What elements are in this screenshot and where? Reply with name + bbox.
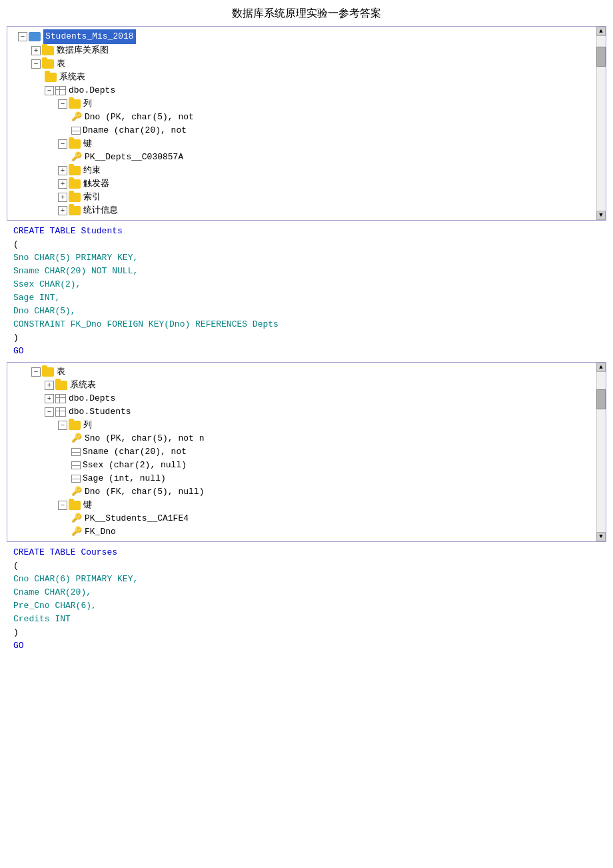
tree-label[interactable]: 键 <box>83 499 92 512</box>
tree-label[interactable]: 索引 <box>83 191 101 204</box>
scrollbar-thumb[interactable] <box>596 47 606 67</box>
tree-row[interactable]: + dbo.Depts <box>11 392 592 405</box>
tree-label[interactable]: Sname (char(20), not <box>83 445 187 459</box>
tree-row[interactable]: + 索引 <box>11 191 592 204</box>
tree-label[interactable]: 触发器 <box>83 177 109 191</box>
expand-icon[interactable]: + <box>58 179 67 189</box>
code-line: Cname CHAR(20), <box>13 586 600 599</box>
tree-label[interactable]: 数据库关系图 <box>57 44 109 57</box>
tree-row[interactable]: − dbo.Students <box>11 405 592 419</box>
tree-label[interactable]: Dno (PK, char(5), not <box>85 111 194 124</box>
col-icon <box>71 461 81 469</box>
expand-icon[interactable]: − <box>45 407 54 417</box>
tree-row[interactable]: Ssex (char(2), null) <box>11 459 592 472</box>
code-line: CREATE TABLE Courses <box>13 546 600 559</box>
code-text: Sage INT, <box>13 293 60 303</box>
tree-row[interactable]: − 列 <box>11 97 592 111</box>
tree-row[interactable]: − 键 <box>11 137 592 151</box>
code-line: Pre_Cno CHAR(6), <box>13 599 600 613</box>
tree-panel-2: − 表 + 系统表 + dbo.Depts − dbo.Students <box>7 362 606 542</box>
code-text: Dno CHAR(5), <box>13 306 76 316</box>
tree-row[interactable]: Sname (char(20), not <box>11 445 592 459</box>
code-text: CREATE TABLE Courses <box>13 547 117 557</box>
tree-row[interactable]: − 表 <box>11 57 592 71</box>
code-line: Dno CHAR(5), <box>13 305 600 318</box>
tree-row[interactable]: + 约束 <box>11 164 592 177</box>
scrollbar-down-2[interactable]: ▼ <box>596 532 606 541</box>
key-icon: 🔑 <box>71 525 82 539</box>
scrollbar-2[interactable]: ▲ ▼ <box>596 363 606 541</box>
tree-label[interactable]: dbo.Depts <box>69 84 115 97</box>
tree-row[interactable]: + 触发器 <box>11 177 592 191</box>
tree-label[interactable]: dbo.Depts <box>69 392 115 405</box>
code-constraint: CONSTRAINT FK_Dno FOREIGN KEY(Dno) REFER… <box>13 319 279 329</box>
tree-label[interactable]: 列 <box>83 419 92 432</box>
expand-icon[interactable]: − <box>31 59 41 69</box>
key-icon: 🔑 <box>71 111 82 124</box>
tree-label[interactable]: Dname (char(20), not <box>83 124 187 137</box>
expand-icon[interactable]: + <box>58 166 67 175</box>
code-text: Credits INT <box>13 614 71 624</box>
tree-label[interactable]: Students_Mis_2018 <box>43 29 136 44</box>
tree-row[interactable]: 🔑 Dno (FK, char(5), null) <box>11 485 592 499</box>
tree-row[interactable]: 🔑 PK__Students__CA1FE4 <box>11 512 592 525</box>
scrollbar-up-2[interactable]: ▲ <box>596 363 606 372</box>
tree-label[interactable]: 统计信息 <box>83 204 118 217</box>
tree-row[interactable]: 🔑 FK_Dno <box>11 525 592 539</box>
tree-label[interactable]: 键 <box>83 137 92 151</box>
tree-row[interactable]: 🔑 Sno (PK, char(5), not n <box>11 432 592 445</box>
tree-row[interactable]: 🔑 Dno (PK, char(5), not <box>11 111 592 124</box>
tree-row[interactable]: + 统计信息 <box>11 204 592 217</box>
code-line: ( <box>13 238 600 251</box>
expand-icon[interactable]: − <box>31 367 41 377</box>
expand-icon[interactable]: − <box>45 86 54 95</box>
scrollbar-up[interactable]: ▲ <box>596 27 606 36</box>
expand-icon[interactable]: + <box>45 381 54 390</box>
tree-label[interactable]: Sno (PK, char(5), not n <box>85 432 204 445</box>
expand-icon[interactable]: − <box>58 139 67 149</box>
tree-label[interactable]: PK__Depts__C030857A <box>85 151 183 164</box>
tree-label[interactable]: Ssex (char(2), null) <box>83 459 187 472</box>
tree-row[interactable]: + 数据库关系图 <box>11 44 592 57</box>
expand-icon[interactable]: − <box>58 99 67 109</box>
tree-label[interactable]: Dno (FK, char(5), null) <box>85 485 204 499</box>
folder-icon <box>69 193 81 202</box>
tree-row[interactable]: 系统表 <box>11 71 592 84</box>
table-icon <box>55 86 66 95</box>
tree-row[interactable]: − 键 <box>11 499 592 512</box>
scrollbar-down[interactable]: ▼ <box>596 211 606 220</box>
table-icon <box>55 407 66 417</box>
tree-label[interactable]: 约束 <box>83 164 101 177</box>
tree-row[interactable]: Sage (int, null) <box>11 472 592 485</box>
scrollbar-1[interactable]: ▲ ▼ <box>596 27 606 220</box>
expand-icon[interactable]: − <box>18 32 27 41</box>
tree-row[interactable]: − Students_Mis_2018 <box>11 29 592 44</box>
expand-icon[interactable]: + <box>45 394 54 403</box>
expand-icon[interactable]: + <box>58 193 67 202</box>
tree-row[interactable]: Dname (char(20), not <box>11 124 592 137</box>
tree-label[interactable]: 表 <box>57 365 65 379</box>
tree-label[interactable]: FK_Dno <box>85 525 116 539</box>
folder-icon <box>69 166 81 175</box>
tree-row[interactable]: 🔑 PK__Depts__C030857A <box>11 151 592 164</box>
expand-icon[interactable]: + <box>31 46 41 55</box>
expand-icon[interactable]: − <box>58 421 67 430</box>
tree-label[interactable]: 列 <box>83 97 92 111</box>
code-text: CREATE TABLE Students <box>13 226 123 236</box>
key-icon: 🔑 <box>71 512 82 525</box>
tree-row[interactable]: − 表 <box>11 365 592 379</box>
tree-label[interactable]: 系统表 <box>59 71 85 84</box>
code-line: Credits INT <box>13 613 600 626</box>
tree-label[interactable]: 系统表 <box>70 379 96 392</box>
tree-row[interactable]: − dbo.Depts <box>11 84 592 97</box>
tree-label[interactable]: dbo.Students <box>69 405 131 419</box>
scrollbar-thumb-2[interactable] <box>596 389 606 409</box>
tree-label[interactable]: PK__Students__CA1FE4 <box>85 512 189 525</box>
tree-label[interactable]: Sage (int, null) <box>83 472 166 485</box>
code-line: Ssex CHAR(2), <box>13 278 600 291</box>
tree-row[interactable]: − 列 <box>11 419 592 432</box>
expand-icon[interactable]: − <box>58 501 67 510</box>
expand-icon[interactable]: + <box>58 206 67 215</box>
tree-label[interactable]: 表 <box>57 57 65 71</box>
tree-row[interactable]: + 系统表 <box>11 379 592 392</box>
